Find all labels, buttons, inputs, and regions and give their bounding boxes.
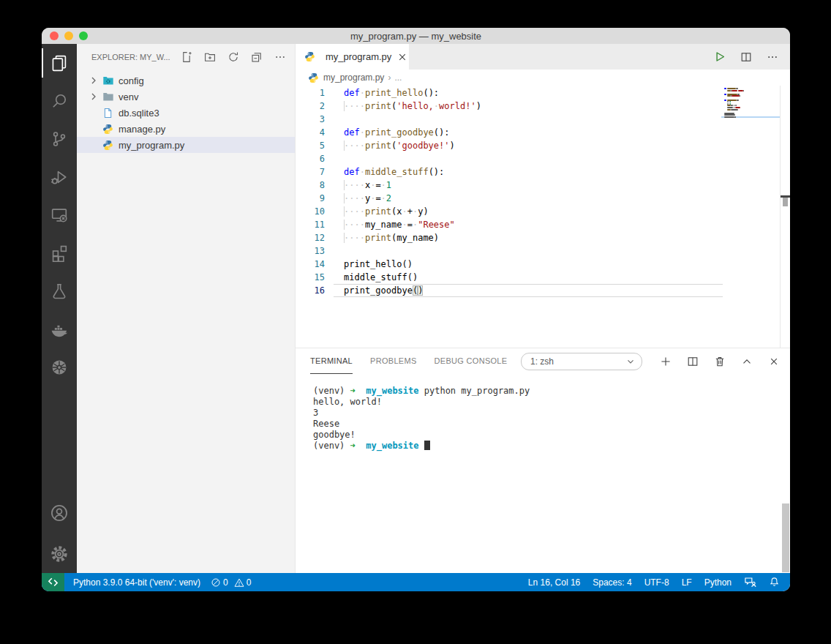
- panel-tab-debug-console[interactable]: DEBUG CONSOLE: [435, 348, 508, 374]
- editor-scrollbar[interactable]: [780, 86, 790, 348]
- tab-my-program[interactable]: my_program.py: [296, 44, 409, 70]
- collapse-all-icon[interactable]: [251, 51, 263, 63]
- database-file-icon: [102, 108, 114, 119]
- remote-indicator[interactable]: [42, 573, 64, 591]
- activity-bar-item-extensions[interactable]: [42, 234, 77, 272]
- explorer-header: EXPLORER: MY_W...: [77, 44, 295, 70]
- feedback-icon[interactable]: [744, 576, 756, 588]
- new-folder-icon[interactable]: [204, 51, 216, 63]
- status-line-col[interactable]: Ln 16, Col 16: [528, 577, 580, 588]
- activity-bar-item-run-and-debug[interactable]: [42, 158, 77, 196]
- minimize-window-button[interactable]: [64, 31, 73, 40]
- code-line[interactable]: 5····print('goodbye!'): [296, 139, 721, 152]
- tree-item-my_program.py[interactable]: my_program.py: [77, 137, 295, 153]
- panel-scrollbar-thumb[interactable]: [782, 503, 789, 572]
- panel-actions: [660, 356, 780, 367]
- tree-item-config[interactable]: config: [77, 72, 295, 89]
- tree-item-venv[interactable]: venv: [77, 89, 295, 105]
- panel-tab-problems[interactable]: PROBLEMS: [370, 348, 417, 374]
- activity-bar-item-explorer[interactable]: [42, 44, 77, 82]
- warning-count: 0: [247, 577, 252, 588]
- error-count: 0: [223, 577, 228, 588]
- notifications-bell-icon[interactable]: [769, 577, 780, 588]
- activity-bar-item-testing[interactable]: [42, 272, 77, 310]
- terminal-cursor: [424, 441, 430, 450]
- file-tree: configvenvdb.sqlite3manage.pymy_program.…: [77, 72, 295, 153]
- status-indentation[interactable]: Spaces: 4: [593, 577, 631, 588]
- breadcrumb-file[interactable]: my_program.py: [323, 72, 384, 83]
- code-line[interactable]: 2····print('hello,·world!'): [296, 100, 721, 113]
- split-editor-icon[interactable]: [740, 51, 752, 63]
- code-line[interactable]: 15middle_stuff(): [296, 271, 721, 284]
- code-line[interactable]: 10····print(x·+·y): [296, 205, 721, 218]
- terminal-line: (venv) ➜ my_website: [313, 441, 790, 452]
- plus-icon[interactable]: [660, 356, 672, 367]
- activity-bar-item-docker[interactable]: [42, 310, 77, 348]
- more-actions-icon[interactable]: [767, 51, 778, 63]
- terminal-line: Reese: [313, 419, 790, 430]
- line-number: 8: [296, 179, 325, 192]
- vscode-window: my_program.py — my_website EXPLORER: MY_…: [42, 28, 790, 591]
- code-line[interactable]: 11····my_name·=·"Reese": [296, 218, 721, 231]
- scrollbar-thumb[interactable]: [783, 198, 788, 206]
- explorer-actions: [181, 51, 286, 63]
- refresh-icon[interactable]: [228, 51, 239, 63]
- python-file-icon: [308, 72, 320, 83]
- terminal-output[interactable]: (venv) ➜ my_website python my_program.py…: [296, 374, 790, 573]
- code-line[interactable]: 1def·print_hello():: [296, 86, 721, 100]
- line-number: 4: [296, 126, 325, 139]
- python-interpreter-status[interactable]: Python 3.9.0 64-bit ('venv': venv): [73, 577, 200, 588]
- status-eol[interactable]: LF: [682, 577, 692, 588]
- breadcrumb-separator: ›: [388, 72, 391, 83]
- breadcrumb[interactable]: my_program.py › ...: [296, 70, 790, 86]
- code-line[interactable]: 12····print(my_name): [296, 231, 721, 244]
- code-line[interactable]: 8····x·=·1: [296, 179, 721, 192]
- close-icon[interactable]: [768, 356, 780, 367]
- tree-item-manage.py[interactable]: manage.py: [77, 121, 295, 137]
- split-terminal-icon[interactable]: [687, 356, 699, 367]
- problems-status[interactable]: 0 0: [211, 577, 251, 588]
- close-tab-icon[interactable]: [396, 51, 408, 63]
- chevron-up-icon[interactable]: [741, 356, 753, 367]
- files-icon: [50, 54, 68, 72]
- code-line[interactable]: 13: [296, 244, 721, 258]
- activity-bar-item-remote-explorer[interactable]: [42, 196, 77, 234]
- code-line[interactable]: 7def·middle_stuff():: [296, 165, 721, 179]
- line-number: 6: [296, 152, 325, 165]
- breadcrumb-more[interactable]: ...: [394, 72, 402, 83]
- trash-icon[interactable]: [714, 356, 726, 367]
- code-editor[interactable]: 1def·print_hello():2····print('hello,·wo…: [296, 86, 721, 348]
- code-line[interactable]: 3: [296, 113, 721, 126]
- more-icon[interactable]: [274, 51, 286, 63]
- status-encoding[interactable]: UTF-8: [644, 577, 669, 588]
- code-line[interactable]: 9····y·=·2: [296, 192, 721, 205]
- chevron-down-icon: [625, 356, 636, 367]
- activity-bar-item-source-control[interactable]: [42, 120, 77, 158]
- activity-bar-item-accounts[interactable]: [42, 494, 77, 532]
- minimap[interactable]: [721, 86, 780, 348]
- activity-bar-item-settings[interactable]: [42, 535, 77, 573]
- activity-bar-item-search[interactable]: [42, 82, 77, 120]
- code-line[interactable]: 16print_goodbye(): [296, 284, 721, 297]
- extensions-icon: [50, 244, 68, 262]
- run-python-file-button[interactable]: [713, 50, 726, 63]
- zoom-window-button[interactable]: [79, 31, 88, 40]
- panel-tab-terminal[interactable]: TERMINAL: [310, 348, 353, 374]
- terminal-line: hello, world!: [313, 397, 790, 408]
- window-title: my_program.py — my_website: [350, 31, 481, 42]
- line-number: 11: [296, 218, 325, 231]
- terminal-shell-select[interactable]: 1: zsh: [521, 353, 642, 370]
- status-language-mode[interactable]: Python: [704, 577, 732, 588]
- python-icon: [102, 124, 114, 135]
- close-window-button[interactable]: [50, 31, 59, 40]
- code-line[interactable]: 14print_hello(): [296, 258, 721, 271]
- code-line[interactable]: 6: [296, 152, 721, 165]
- activity-bar-item-kubernetes[interactable]: [42, 348, 77, 386]
- error-icon: [211, 577, 221, 588]
- new-file-icon[interactable]: [181, 51, 192, 63]
- code-line[interactable]: 4def·print_goodbye():: [296, 126, 721, 139]
- line-number: 7: [296, 165, 325, 179]
- tree-item-db.sqlite3[interactable]: db.sqlite3: [77, 105, 295, 121]
- terminal-line: goodbye!: [313, 430, 790, 441]
- editor-group: my_program.py my_program.py › ... 1def·p…: [295, 44, 790, 573]
